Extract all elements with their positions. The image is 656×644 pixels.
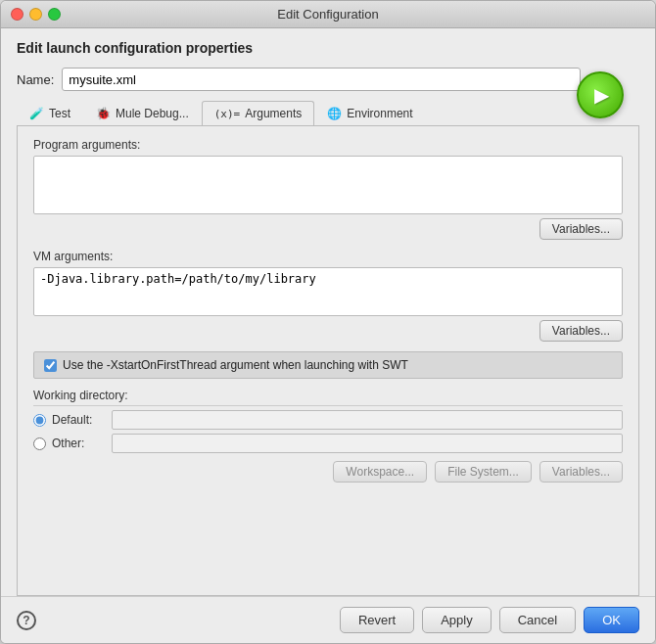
- tab-test-label: Test: [49, 107, 70, 120]
- window-title: Edit Configuration: [277, 7, 378, 22]
- window: Edit Configuration Edit launch configura…: [0, 0, 656, 644]
- apply-button[interactable]: Apply: [422, 607, 492, 633]
- program-arguments-input[interactable]: [33, 156, 623, 214]
- help-button[interactable]: ?: [17, 611, 36, 630]
- tab-test[interactable]: 🧪 Test: [17, 101, 83, 125]
- default-directory-input[interactable]: [112, 410, 623, 430]
- tabs-bar: 🧪 Test 🐞 Mule Debug... (x)= Arguments 🌐 …: [17, 101, 639, 126]
- file-system-button[interactable]: File System...: [435, 461, 532, 483]
- close-button[interactable]: [11, 8, 23, 21]
- program-variables-button[interactable]: Variables...: [539, 218, 623, 240]
- tab-mule-debug[interactable]: 🐞 Mule Debug...: [83, 101, 202, 125]
- default-radio-label: Default:: [52, 413, 106, 427]
- tab-environment-label: Environment: [347, 107, 412, 120]
- vm-arguments-label: VM arguments:: [33, 250, 623, 263]
- vm-arguments-input[interactable]: [33, 267, 623, 316]
- environment-icon: 🌐: [327, 107, 342, 120]
- mule-debug-icon: 🐞: [96, 107, 111, 120]
- program-arguments-section: Program arguments: Variables...: [33, 138, 623, 240]
- content-area: Edit launch configuration properties Nam…: [1, 28, 655, 596]
- default-radio[interactable]: [33, 414, 46, 427]
- name-input[interactable]: [62, 68, 581, 91]
- titlebar: Edit Configuration: [1, 1, 655, 28]
- arguments-panel: Program arguments: Variables... VM argum…: [17, 126, 639, 596]
- swt-checkbox-label: Use the -XstartOnFirstThread argument wh…: [63, 358, 408, 372]
- swt-checkbox-row: Use the -XstartOnFirstThread argument wh…: [33, 351, 623, 379]
- run-icon-container: [577, 71, 624, 118]
- other-radio[interactable]: [33, 437, 46, 450]
- tab-environment[interactable]: 🌐 Environment: [314, 101, 425, 125]
- directory-buttons-row: Workspace... File System... Variables...: [33, 461, 623, 483]
- tab-arguments-label: Arguments: [245, 107, 302, 120]
- default-radio-row: Default:: [33, 410, 623, 430]
- swt-checkbox[interactable]: [44, 359, 57, 372]
- directory-variables-button[interactable]: Variables...: [539, 461, 623, 483]
- page-title: Edit launch configuration properties: [17, 40, 639, 56]
- program-variables-row: Variables...: [33, 218, 623, 240]
- run-button[interactable]: [577, 71, 624, 118]
- working-directory-section: Working directory: Default: Other: Works…: [33, 389, 623, 483]
- maximize-button[interactable]: [48, 8, 61, 21]
- bottom-bar: ? Revert Apply Cancel OK: [1, 596, 655, 643]
- revert-button[interactable]: Revert: [340, 607, 414, 633]
- tab-mule-debug-label: Mule Debug...: [116, 107, 189, 120]
- vm-arguments-section: VM arguments: Variables...: [33, 250, 623, 342]
- vm-variables-row: Variables...: [33, 320, 623, 342]
- test-icon: 🧪: [29, 107, 44, 120]
- tab-arguments[interactable]: (x)= Arguments: [202, 101, 315, 125]
- other-radio-label: Other:: [52, 437, 106, 450]
- name-label: Name:: [17, 72, 54, 87]
- other-directory-input[interactable]: [112, 434, 623, 453]
- program-arguments-label: Program arguments:: [33, 138, 623, 152]
- ok-button[interactable]: OK: [584, 607, 639, 633]
- minimize-button[interactable]: [29, 8, 42, 21]
- header-area: Edit launch configuration properties: [17, 40, 639, 68]
- other-radio-row: Other:: [33, 434, 623, 453]
- workspace-button[interactable]: Workspace...: [333, 461, 427, 483]
- vm-variables-button[interactable]: Variables...: [539, 320, 623, 342]
- window-controls: [11, 8, 61, 21]
- working-directory-label: Working directory:: [33, 389, 623, 406]
- bottom-right-buttons: Revert Apply Cancel OK: [340, 607, 639, 633]
- name-row: Name:: [17, 68, 639, 91]
- arguments-icon: (x)=: [214, 108, 241, 120]
- cancel-button[interactable]: Cancel: [499, 607, 576, 633]
